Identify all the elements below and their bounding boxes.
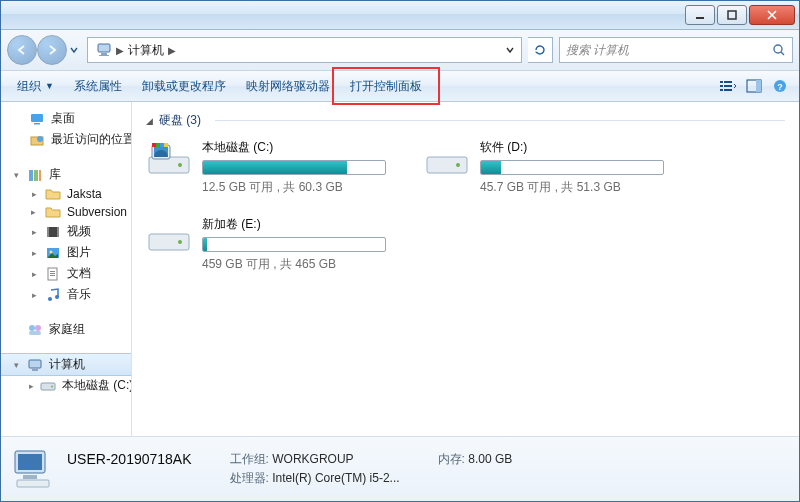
music-icon bbox=[45, 287, 61, 303]
map-network-drive-button[interactable]: 映射网络驱动器 bbox=[236, 71, 340, 101]
usage-bar bbox=[202, 237, 386, 252]
tree-item-pictures[interactable]: ▸ 图片 bbox=[1, 242, 131, 263]
system-properties-button[interactable]: 系统属性 bbox=[64, 71, 132, 101]
svg-rect-37 bbox=[29, 360, 41, 368]
open-control-panel-button[interactable]: 打开控制面板 bbox=[340, 71, 432, 101]
drive-icon bbox=[146, 139, 192, 179]
breadcrumb-label: 计算机 bbox=[128, 42, 164, 59]
tree-item-computer[interactable]: ▾ 计算机 bbox=[1, 353, 131, 376]
computer-large-icon bbox=[11, 447, 55, 491]
expand-icon: ▸ bbox=[29, 248, 39, 258]
preview-pane-button[interactable] bbox=[741, 71, 767, 101]
refresh-button[interactable] bbox=[528, 37, 553, 63]
minimize-icon bbox=[695, 10, 705, 20]
tree-item-jaksta[interactable]: ▸ Jaksta bbox=[1, 185, 131, 203]
svg-rect-4 bbox=[99, 55, 109, 56]
tree-item-desktop[interactable]: 桌面 bbox=[1, 108, 131, 129]
svg-rect-51 bbox=[149, 234, 189, 250]
svg-rect-31 bbox=[50, 275, 55, 276]
svg-rect-49 bbox=[427, 157, 467, 173]
svg-point-40 bbox=[51, 385, 53, 387]
folder-icon bbox=[45, 205, 61, 219]
computer-icon bbox=[96, 42, 112, 58]
svg-rect-46 bbox=[156, 143, 160, 147]
recent-icon bbox=[29, 132, 45, 148]
close-button[interactable] bbox=[749, 5, 795, 25]
svg-rect-22 bbox=[39, 170, 41, 181]
nav-bar: ▶ 计算机 ▶ 搜索 计算机 bbox=[1, 30, 799, 71]
chevron-down-icon bbox=[506, 46, 514, 54]
maximize-button[interactable] bbox=[717, 5, 747, 25]
svg-rect-2 bbox=[98, 44, 110, 52]
organize-menu[interactable]: 组织 ▼ bbox=[7, 71, 64, 101]
search-icon bbox=[772, 43, 786, 57]
tree-item-documents[interactable]: ▸ 文档 bbox=[1, 263, 131, 284]
expand-icon: ▸ bbox=[29, 207, 39, 217]
chevron-right-icon: ▶ bbox=[116, 45, 124, 56]
tree-item-local-c[interactable]: ▸ 本地磁盘 (C:) bbox=[1, 375, 131, 396]
details-pane: USER-20190718AK 工作组: WORKGROUP 处理器: Inte… bbox=[1, 436, 799, 501]
search-placeholder: 搜索 计算机 bbox=[566, 42, 772, 59]
drive-icon bbox=[424, 139, 470, 179]
svg-rect-7 bbox=[724, 81, 732, 83]
tree-item-libraries[interactable]: ▾ 库 bbox=[1, 164, 131, 185]
usage-bar bbox=[202, 160, 386, 175]
svg-rect-13 bbox=[756, 80, 761, 92]
drive-icon bbox=[146, 216, 192, 256]
expand-icon: ▸ bbox=[29, 381, 34, 391]
tree-item-music[interactable]: ▸ 音乐 bbox=[1, 284, 131, 305]
svg-point-35 bbox=[35, 325, 41, 331]
help-button[interactable]: ? bbox=[767, 71, 793, 101]
tree-item-subversion[interactable]: ▸ Subversion bbox=[1, 203, 131, 221]
search-box[interactable]: 搜索 计算机 bbox=[559, 37, 793, 63]
close-icon bbox=[766, 10, 778, 20]
section-title: 硬盘 (3) bbox=[159, 112, 201, 129]
drive-stat: 45.7 GB 可用 , 共 51.3 GB bbox=[480, 179, 664, 196]
svg-rect-8 bbox=[720, 85, 723, 87]
address-dropdown[interactable] bbox=[501, 46, 519, 54]
drives-list: 本地磁盘 (C:)12.5 GB 可用 , 共 60.3 GB软件 (D:)45… bbox=[146, 139, 785, 273]
help-icon: ? bbox=[773, 79, 787, 93]
computer-icon bbox=[27, 357, 43, 373]
svg-rect-16 bbox=[31, 114, 43, 122]
video-icon bbox=[45, 225, 61, 239]
minimize-button[interactable] bbox=[685, 5, 715, 25]
svg-rect-6 bbox=[720, 81, 723, 83]
expand-icon: ▸ bbox=[29, 290, 39, 300]
svg-rect-30 bbox=[50, 273, 55, 274]
svg-rect-9 bbox=[724, 85, 732, 87]
svg-rect-17 bbox=[34, 123, 40, 125]
svg-rect-36 bbox=[29, 331, 41, 335]
tree-item-homegroup[interactable]: 家庭组 bbox=[1, 319, 131, 340]
section-header-drives[interactable]: ◢ 硬盘 (3) bbox=[146, 112, 785, 129]
svg-rect-38 bbox=[32, 369, 38, 371]
maximize-icon bbox=[727, 10, 737, 20]
tree-item-recent[interactable]: 最近访问的位置 bbox=[1, 129, 131, 150]
pictures-icon bbox=[45, 246, 61, 260]
svg-rect-3 bbox=[101, 53, 107, 55]
expand-icon: ▸ bbox=[29, 269, 39, 279]
forward-button[interactable] bbox=[37, 35, 67, 65]
breadcrumb-root[interactable]: ▶ 计算机 ▶ bbox=[90, 38, 182, 62]
drive-item[interactable]: 软件 (D:)45.7 GB 可用 , 共 51.3 GB bbox=[424, 139, 664, 196]
drive-item[interactable]: 新加卷 (E:)459 GB 可用 , 共 465 GB bbox=[146, 216, 386, 273]
tree-item-video[interactable]: ▸ 视频 bbox=[1, 221, 131, 242]
svg-rect-45 bbox=[152, 143, 156, 147]
drive-item[interactable]: 本地磁盘 (C:)12.5 GB 可用 , 共 60.3 GB bbox=[146, 139, 386, 196]
arrow-left-icon bbox=[16, 44, 28, 56]
back-button[interactable] bbox=[7, 35, 37, 65]
svg-rect-56 bbox=[17, 480, 49, 487]
refresh-icon bbox=[533, 43, 547, 57]
svg-rect-47 bbox=[160, 143, 164, 147]
nav-arrows bbox=[7, 35, 81, 65]
uninstall-programs-button[interactable]: 卸载或更改程序 bbox=[132, 71, 236, 101]
homegroup-icon bbox=[27, 322, 43, 338]
content-pane: document.currentScript.previousElementSi… bbox=[132, 102, 799, 436]
nav-history-dropdown[interactable] bbox=[67, 37, 81, 63]
body-split: 桌面 最近访问的位置 ▾ 库 ▸ Jaksta bbox=[1, 102, 799, 436]
command-bar: 组织 ▼ 系统属性 卸载或更改程序 映射网络驱动器 打开控制面板 bbox=[1, 71, 799, 102]
svg-rect-1 bbox=[728, 11, 736, 19]
organize-label: 组织 bbox=[17, 78, 41, 95]
view-options-button[interactable] bbox=[715, 71, 741, 101]
address-bar[interactable]: ▶ 计算机 ▶ bbox=[87, 37, 522, 63]
